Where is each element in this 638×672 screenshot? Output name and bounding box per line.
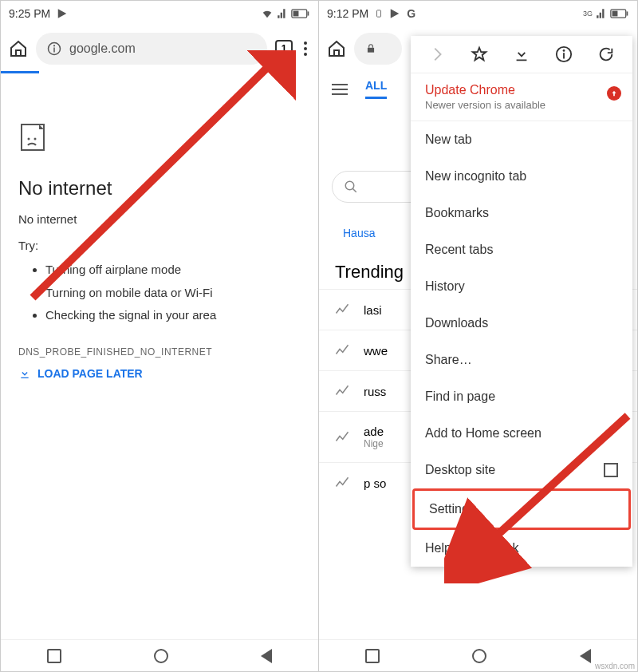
network-type: 3G <box>583 10 593 18</box>
reload-icon[interactable] <box>597 45 615 63</box>
recents-button[interactable] <box>47 649 61 663</box>
tip-item: Checking the signal in your area <box>45 304 301 327</box>
omnibox[interactable]: google.com <box>36 33 267 65</box>
tips-list: Turning off airplane mode Turning on mob… <box>18 259 301 327</box>
svg-point-4 <box>53 45 55 46</box>
battery-icon <box>610 9 629 18</box>
menu-find-in-page[interactable]: Find in page <box>411 378 632 415</box>
play-store-icon <box>57 8 68 19</box>
search-icon <box>344 180 358 194</box>
menu-add-home-screen[interactable]: Add to Home screen <box>411 415 632 452</box>
download-icon <box>18 367 31 380</box>
omnibox[interactable] <box>354 33 402 65</box>
menu-settings[interactable]: Settings <box>412 488 631 530</box>
lock-icon <box>365 43 376 54</box>
url-text: google.com <box>69 42 136 56</box>
info-icon <box>47 42 61 56</box>
svg-point-18 <box>563 49 565 52</box>
error-page: No internet No internet Try: Turning off… <box>1 73 318 639</box>
tip-item: Turning on mobile data or Wi-Fi <box>45 282 301 305</box>
menu-incognito[interactable]: New incognito tab <box>411 158 632 195</box>
recents-button[interactable] <box>365 649 380 663</box>
trending-icon <box>335 302 349 317</box>
svg-rect-2 <box>293 11 299 17</box>
menu-recent-tabs[interactable]: Recent tabs <box>411 231 632 268</box>
tab-switcher[interactable]: 1 <box>275 40 293 57</box>
load-page-later-button[interactable]: LOAD PAGE LATER <box>18 367 301 380</box>
menu-top-row <box>411 36 632 73</box>
error-code: DNS_PROBE_FINISHED_NO_INTERNET <box>18 346 301 358</box>
trending-icon <box>335 343 349 358</box>
signal-icon <box>277 8 288 19</box>
home-icon[interactable] <box>327 39 346 58</box>
signal-icon <box>596 8 607 19</box>
download-icon[interactable] <box>513 45 530 63</box>
google-icon: G <box>407 7 415 20</box>
svg-rect-5 <box>53 48 55 53</box>
status-bar: 9:12 PM G 3G <box>319 1 637 26</box>
back-button[interactable] <box>580 649 591 663</box>
phone-right: 9:12 PM G 3G ALL Hausa <box>319 1 637 671</box>
android-nav-bar <box>1 639 318 671</box>
overflow-menu: Update Chrome Newer version is available… <box>411 36 632 567</box>
battery-icon <box>291 9 310 18</box>
watermark: wsxdn.com <box>595 662 635 670</box>
trending-icon <box>335 476 349 490</box>
menu-bookmarks[interactable]: Bookmarks <box>411 195 632 231</box>
menu-desktop-site[interactable]: Desktop site <box>411 452 632 488</box>
try-label: Try: <box>18 239 301 252</box>
forward-icon[interactable] <box>428 45 446 63</box>
status-bar: 9:25 PM <box>1 1 318 26</box>
overflow-menu-icon[interactable] <box>301 38 310 59</box>
trending-icon <box>335 384 349 398</box>
tip-item: Turning off airplane mode <box>45 259 301 282</box>
status-time: 9:25 PM <box>9 7 50 20</box>
svg-line-16 <box>352 188 356 192</box>
checkbox-icon[interactable] <box>604 463 618 477</box>
home-button[interactable] <box>154 649 168 663</box>
home-icon[interactable] <box>9 39 28 58</box>
phone-left: 9:25 PM google.com 1 No internet <box>1 1 319 671</box>
tab-all[interactable]: ALL <box>365 79 387 99</box>
sim-icon <box>375 8 383 19</box>
menu-history[interactable]: History <box>411 268 632 305</box>
back-button[interactable] <box>261 649 272 663</box>
wifi-icon <box>261 8 274 19</box>
svg-rect-19 <box>563 53 565 58</box>
update-badge-icon <box>607 86 621 101</box>
error-subtext: No internet <box>18 212 301 226</box>
lang-link[interactable]: Hausa <box>343 227 375 239</box>
home-button[interactable] <box>472 649 486 663</box>
offline-page-icon <box>18 121 50 153</box>
menu-new-tab[interactable]: New tab <box>411 121 632 158</box>
status-time: 9:12 PM <box>327 7 368 20</box>
android-nav-bar <box>319 639 637 671</box>
menu-share[interactable]: Share… <box>411 342 632 378</box>
trending-icon <box>335 430 349 445</box>
chrome-toolbar: google.com 1 <box>1 26 318 71</box>
svg-point-15 <box>345 181 354 190</box>
svg-rect-10 <box>377 10 381 17</box>
menu-downloads[interactable]: Downloads <box>411 305 632 342</box>
menu-update-chrome[interactable]: Update Chrome Newer version is available <box>411 73 632 121</box>
error-heading: No internet <box>18 177 301 200</box>
hamburger-icon[interactable] <box>332 84 348 95</box>
play-store-icon <box>389 8 400 19</box>
star-icon[interactable] <box>471 45 488 63</box>
svg-rect-14 <box>368 48 374 53</box>
svg-point-7 <box>28 138 30 140</box>
info-icon[interactable] <box>555 45 573 63</box>
svg-rect-12 <box>627 11 628 15</box>
svg-rect-13 <box>612 11 618 17</box>
svg-point-8 <box>34 138 37 140</box>
svg-rect-1 <box>308 11 309 15</box>
menu-help-feedback[interactable]: Help & feedback <box>411 530 632 567</box>
